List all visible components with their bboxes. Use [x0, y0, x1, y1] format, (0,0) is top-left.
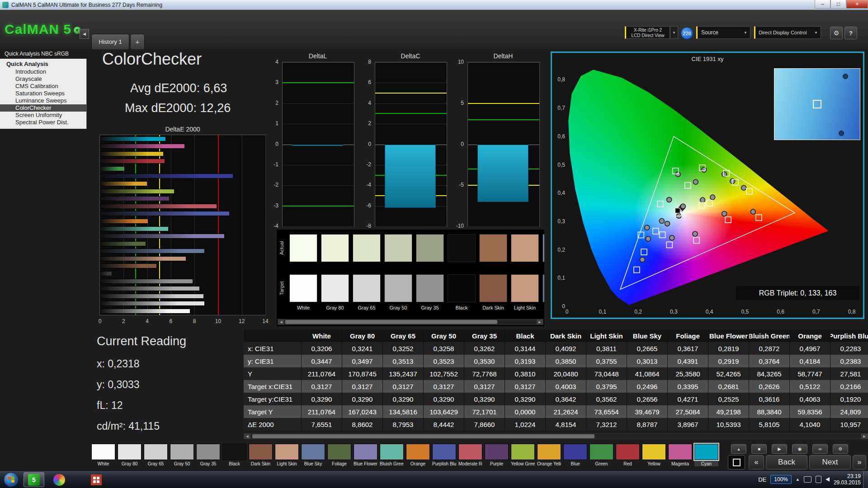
start-button[interactable]	[4, 472, 19, 487]
patch-color-swatch	[511, 444, 535, 460]
patch-blue-sky[interactable]: Blue Sky	[301, 444, 325, 466]
patch-blue-flower[interactable]: Blue Flower	[354, 444, 377, 466]
patch-gray-50[interactable]: Gray 50	[170, 444, 194, 466]
forward-button[interactable]: »	[853, 455, 866, 469]
help-button[interactable]: ?	[844, 27, 857, 39]
continuous-measure-button[interactable]: ∞	[812, 444, 828, 454]
patch-cyan[interactable]: Cyan	[694, 444, 718, 466]
display-control-dropdown[interactable]: Direct Display Control ▼	[754, 26, 821, 39]
scroll-thumb[interactable]	[285, 320, 497, 324]
patch-green[interactable]: Green	[590, 444, 613, 466]
sidebar-item-screen-uniformity[interactable]: Screen Uniformity	[0, 112, 86, 119]
cie-chart-panel[interactable]: CIE 1931 xy RGB Triplet: 0, 133, 163 00,…	[551, 52, 864, 319]
back-button[interactable]: Back	[766, 455, 807, 469]
scroll-left-icon[interactable]: ◀	[278, 319, 284, 324]
display-tray-icon[interactable]	[804, 476, 811, 483]
deltac-y-axis: 86420-2-4-6-8	[359, 62, 373, 227]
target-point	[641, 249, 647, 255]
patch-blue[interactable]: Blue	[563, 444, 587, 466]
sidebar-item-saturation-sweeps[interactable]: Saturation Sweeps	[0, 90, 86, 97]
taskbar-clock[interactable]: 23:19 29.03.2015	[834, 473, 861, 486]
scroll-left-icon[interactable]: ◀	[244, 434, 250, 439]
language-indicator[interactable]: DE	[758, 476, 766, 483]
volume-icon[interactable]	[826, 477, 830, 482]
capture-button[interactable]: ◉	[792, 444, 807, 454]
measured-point	[659, 219, 664, 224]
meter-dropdown-icon[interactable]: ▼	[670, 26, 678, 39]
actual-swatch	[542, 234, 544, 262]
sidebar-item-luminance-sweeps[interactable]: Luminance Sweeps	[0, 97, 86, 104]
target-point	[666, 242, 672, 248]
scroll-track[interactable]	[284, 319, 537, 324]
stop-button[interactable]: ■	[751, 444, 767, 454]
measured-point	[750, 209, 755, 214]
table-cell: 49,2198	[708, 405, 749, 418]
sidebar-item-introduction[interactable]: Introduction	[0, 68, 86, 75]
sidebar-collapse-button[interactable]: ◀	[80, 29, 89, 39]
patch-magenta[interactable]: Magenta	[668, 444, 692, 466]
transport-settings-button[interactable]: ⚙	[833, 444, 848, 454]
table-cell: 0,4967	[790, 342, 830, 355]
patch-bluish-green[interactable]: Bluish Green	[380, 444, 404, 466]
meter-selector[interactable]: X-Rite i1Pro 2 LCD Direct View	[625, 26, 670, 39]
patch-purple[interactable]: Purple	[485, 444, 509, 466]
axis-tick-label: 0	[95, 318, 104, 324]
maximize-button[interactable]: □	[830, 0, 846, 9]
hidden-icons-chevron[interactable]: ▲	[796, 477, 800, 482]
patch-gray-65[interactable]: Gray 65	[144, 444, 168, 466]
new-tab-button[interactable]: +	[130, 34, 145, 49]
eject-button[interactable]: ▴	[731, 444, 746, 454]
patch-light-skin[interactable]: Light Skin	[275, 444, 299, 466]
target-point	[746, 188, 752, 194]
target-swatch	[448, 274, 476, 302]
pattern-window-button[interactable]	[728, 455, 745, 469]
patch-moderate-red[interactable]: Moderate Red	[458, 444, 482, 466]
show-desktop-button[interactable]	[863, 471, 868, 488]
scroll-right-icon[interactable]: ▶	[861, 434, 868, 439]
taskbar-item-calman[interactable]: 5	[24, 472, 44, 487]
patch-white[interactable]: White	[91, 444, 115, 466]
patch-yellow[interactable]: Yellow	[642, 444, 666, 466]
scroll-right-icon[interactable]: ▶	[537, 319, 543, 324]
workflow-tree: Quick Analysis IntroductionGrayscaleCMS …	[0, 59, 87, 129]
sidebar-item-spectral-power-dist-[interactable]: Spectral Power Dist.	[0, 119, 86, 126]
table-corner	[244, 329, 302, 342]
close-button[interactable]: ×	[846, 0, 868, 9]
axis-tick-label: 0	[267, 141, 278, 147]
column-header-dark-skin: Dark Skin	[546, 329, 586, 342]
gridline	[283, 165, 354, 165]
patch-gray-35[interactable]: Gray 35	[196, 444, 220, 466]
patch-red[interactable]: Red	[616, 444, 640, 466]
table-cell: 0,2626	[749, 380, 790, 393]
rewind-button[interactable]: «	[749, 455, 764, 469]
taskbar-item-red-app[interactable]	[86, 472, 107, 487]
patch-yellow-green[interactable]: Yellow Green	[511, 444, 535, 466]
patch-orange[interactable]: Orange	[406, 444, 430, 466]
next-button[interactable]: Next	[809, 455, 851, 469]
minimize-button[interactable]: –	[815, 0, 830, 9]
tree-root[interactable]: Quick Analysis	[0, 60, 86, 68]
table-scrollbar[interactable]: ◀ ▶	[244, 433, 868, 439]
scroll-thumb[interactable]	[252, 434, 594, 438]
sidebar-item-grayscale[interactable]: Grayscale	[0, 75, 86, 83]
sidebar-item-colorchecker[interactable]: ColorChecker	[0, 104, 86, 112]
patch-orange-yellow[interactable]: Orange Yellow	[537, 444, 561, 466]
sidebar-item-cms-calibration[interactable]: CMS Calibration	[0, 83, 86, 90]
taskbar-item-media[interactable]	[49, 472, 70, 487]
tasks-tray-icon[interactable]	[816, 476, 821, 483]
play-button[interactable]: ▶	[772, 444, 787, 454]
patch-label: Gray 65	[144, 461, 168, 466]
patch-gray-80[interactable]: Gray 80	[118, 444, 142, 466]
swatch-scrollbar[interactable]: ◀ ▶	[278, 319, 543, 325]
settings-gear-icon[interactable]: ⚙	[830, 27, 843, 39]
patch-black[interactable]: Black	[222, 444, 246, 466]
patch-purplish-blue[interactable]: Purplish Blue	[432, 444, 456, 466]
patch-foliage[interactable]: Foliage	[327, 444, 351, 466]
pattern-level-indicator[interactable]: 100%	[770, 475, 792, 484]
tab-history-1[interactable]: History 1	[91, 34, 129, 49]
source-dropdown[interactable]: Source ▼	[696, 26, 750, 39]
scroll-track[interactable]	[250, 434, 861, 439]
measured-point	[693, 179, 698, 184]
patch-dark-skin[interactable]: Dark Skin	[249, 444, 273, 466]
table-cell: 7,3212	[586, 418, 627, 431]
